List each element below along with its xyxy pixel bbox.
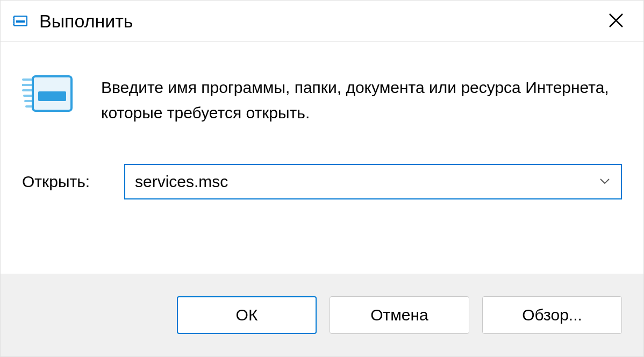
run-large-icon: [22, 74, 73, 113]
ok-button[interactable]: ОК: [177, 296, 317, 334]
cancel-button[interactable]: Отмена: [330, 296, 469, 334]
titlebar: Выполнить: [1, 1, 643, 42]
run-small-icon: [12, 12, 30, 30]
dialog-content: Введите имя программы, папки, документа …: [1, 42, 643, 274]
description-row: Введите имя программы, папки, документа …: [22, 74, 622, 125]
description-text: Введите имя программы, папки, документа …: [101, 74, 622, 125]
run-dialog: Выполнить Введите имя программы, папки, …: [0, 0, 644, 357]
input-row: Открыть:: [22, 164, 622, 199]
svg-rect-3: [38, 91, 66, 101]
open-label: Открыть:: [22, 173, 103, 191]
close-button[interactable]: [600, 10, 632, 32]
svg-rect-1: [16, 20, 25, 23]
open-input[interactable]: [124, 164, 622, 199]
dialog-footer: ОК Отмена Обзор...: [1, 274, 643, 356]
open-combobox[interactable]: [124, 164, 622, 199]
dialog-title: Выполнить: [39, 11, 600, 32]
close-icon: [608, 12, 624, 28]
browse-button[interactable]: Обзор...: [482, 296, 622, 334]
